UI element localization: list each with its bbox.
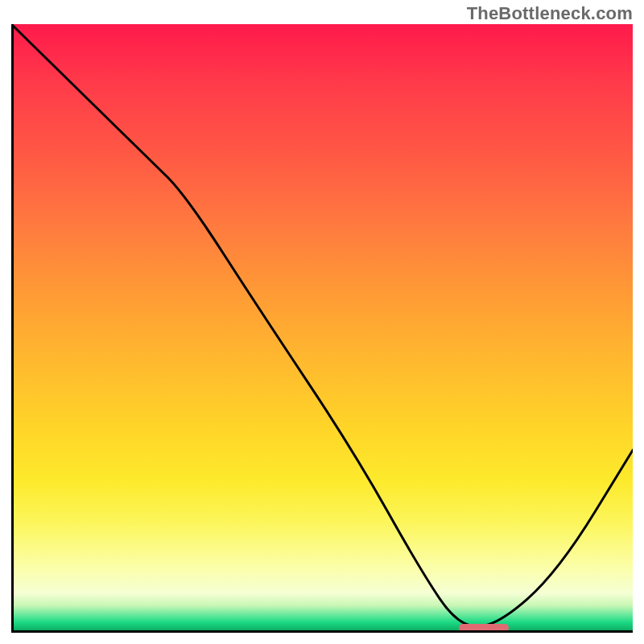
- optimal-range-marker: [459, 624, 509, 632]
- bottleneck-curve: [11, 24, 633, 626]
- plot-area: [11, 24, 633, 633]
- curve-svg: [11, 24, 633, 633]
- watermark-text: TheBottleneck.com: [467, 3, 633, 24]
- bottleneck-chart: TheBottleneck.com: [0, 0, 644, 644]
